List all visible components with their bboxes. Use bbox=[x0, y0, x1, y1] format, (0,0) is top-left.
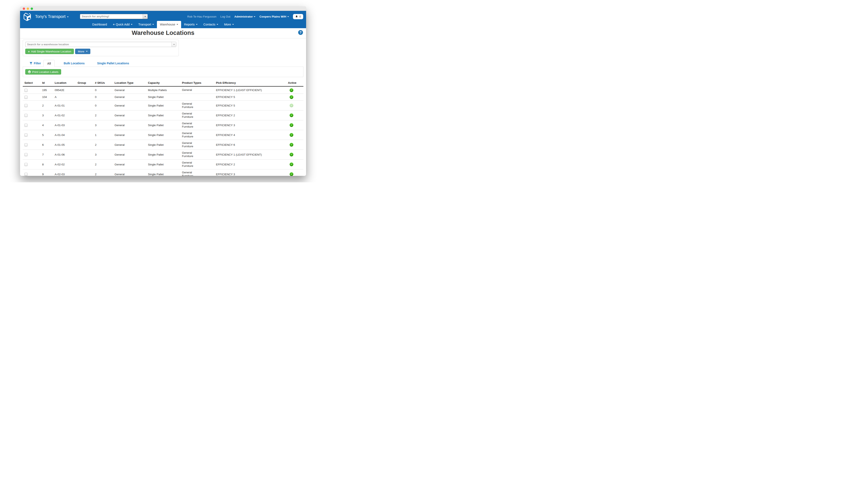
notifications-button[interactable]: 0 bbox=[293, 14, 303, 19]
navbar: Tony's Transport Search for anything! Ro… bbox=[20, 11, 306, 28]
active-check-icon: ✓ bbox=[289, 113, 293, 117]
tab-single-pallet-locations[interactable]: Single Pallet Locations bbox=[93, 60, 132, 67]
chevron-down-icon bbox=[152, 24, 154, 25]
cell-select bbox=[23, 101, 40, 111]
cell-product-types: GeneralFurniture bbox=[180, 140, 214, 150]
row-select-checkbox[interactable] bbox=[24, 104, 28, 107]
role-dropdown[interactable]: Administrator bbox=[234, 15, 256, 18]
cell-skus: 3 bbox=[93, 150, 113, 160]
window-minimize-button[interactable] bbox=[27, 7, 29, 10]
cell-product-types: GeneralFurniture bbox=[180, 130, 214, 140]
page-title: Warehouse Locations bbox=[20, 29, 306, 36]
menu-more[interactable]: More bbox=[221, 21, 237, 28]
table-row: 5 A-01-04 1 General Single Pallet Genera… bbox=[23, 130, 303, 140]
add-single-warehouse-location-button[interactable]: + Add Single Warehouse Location bbox=[25, 49, 74, 54]
column-header-active: Active bbox=[286, 80, 303, 86]
cell-skus: 0 bbox=[93, 86, 113, 94]
cell-location-type: General bbox=[113, 140, 146, 150]
chevron-down-icon bbox=[232, 24, 234, 25]
warehouse-dropdown[interactable]: Coopers Plains W/H bbox=[259, 15, 289, 18]
cell-location-type: General bbox=[113, 120, 146, 130]
print-button-label: Print Location Labels bbox=[32, 70, 58, 74]
row-select-checkbox[interactable] bbox=[24, 89, 28, 92]
cell-group bbox=[76, 101, 93, 111]
product-type-label: General bbox=[182, 171, 213, 174]
warehouse-label: Coopers Plains W/H bbox=[259, 15, 286, 18]
cell-pick-efficiency: EFFICIENCY 2 bbox=[214, 111, 286, 120]
cell-location: A-01-02 bbox=[53, 111, 76, 120]
user-name-link[interactable]: Rob Te-Hau Fergusson bbox=[187, 15, 216, 18]
plus-icon: + bbox=[28, 50, 30, 53]
row-select-checkbox[interactable] bbox=[24, 163, 28, 166]
chevron-down-icon bbox=[196, 24, 197, 25]
cell-select bbox=[23, 150, 40, 160]
window-titlebar[interactable] bbox=[20, 6, 306, 11]
row-select-checkbox[interactable] bbox=[24, 153, 28, 156]
row-select-checkbox[interactable] bbox=[24, 134, 28, 137]
location-search-select[interactable]: Search for a warehouse location bbox=[25, 42, 176, 47]
cell-pick-efficiency: EFFICIENCY 2 bbox=[214, 160, 286, 169]
cell-location-type: General bbox=[113, 160, 146, 169]
location-actions: + Add Single Warehouse Location More bbox=[25, 49, 176, 54]
chevron-down-icon bbox=[145, 16, 146, 17]
location-search-dropdown-button[interactable] bbox=[172, 42, 176, 47]
cell-select bbox=[23, 93, 40, 101]
logout-link[interactable]: Log Out bbox=[220, 15, 230, 18]
cell-product-types: GeneralFurniture bbox=[180, 169, 214, 176]
cell-group bbox=[76, 160, 93, 169]
cell-location-type: General bbox=[113, 150, 146, 160]
cell-pick-efficiency: EFFICIENCY 3 bbox=[214, 120, 286, 130]
tabs: Filter All Bulk Locations Single Pallet … bbox=[23, 60, 303, 67]
window-controls bbox=[23, 7, 33, 10]
menu-warehouse[interactable]: Warehouse bbox=[157, 21, 181, 28]
cell-skus: 2 bbox=[93, 160, 113, 169]
row-select-checkbox[interactable] bbox=[24, 124, 28, 127]
global-search-select[interactable]: Search for anything! bbox=[80, 14, 148, 19]
active-check-icon: ✓ bbox=[289, 123, 293, 127]
cell-product-types bbox=[180, 93, 214, 101]
cell-id: 4 bbox=[40, 120, 53, 130]
print-location-labels-button[interactable]: Print Location Labels bbox=[25, 69, 61, 75]
cell-capacity: Single Pallet bbox=[146, 120, 180, 130]
cell-group bbox=[76, 150, 93, 160]
menu-transport[interactable]: Transport bbox=[135, 21, 157, 28]
cell-select bbox=[23, 120, 40, 130]
row-select-checkbox[interactable] bbox=[24, 173, 28, 176]
cell-product-types: GeneralFurniture bbox=[180, 120, 214, 130]
window-close-button[interactable] bbox=[23, 7, 25, 10]
cell-pick-efficiency: EFFICIENCY 3 bbox=[214, 169, 286, 176]
cell-location: 09542E bbox=[53, 86, 76, 94]
row-select-checkbox[interactable] bbox=[24, 114, 28, 117]
tab-bulk-locations[interactable]: Bulk Locations bbox=[60, 60, 88, 67]
add-button-label: Add Single Warehouse Location bbox=[31, 50, 71, 53]
cell-active: ✓ bbox=[286, 120, 303, 130]
column-header-location-type: Location Type bbox=[113, 80, 146, 86]
menu-contacts[interactable]: Contacts bbox=[200, 21, 221, 28]
product-type-label: Furniture bbox=[182, 125, 213, 128]
cell-capacity: Single Pallet bbox=[146, 101, 180, 111]
cell-skus: 2 bbox=[93, 111, 113, 120]
column-header-group: Group bbox=[76, 80, 93, 86]
tab-all[interactable]: All bbox=[43, 60, 55, 67]
help-button[interactable]: ? bbox=[298, 30, 303, 35]
window-zoom-button[interactable] bbox=[31, 7, 33, 10]
table-row: 7 A-01-06 3 General Single Pallet Genera… bbox=[23, 150, 303, 160]
cell-select bbox=[23, 160, 40, 169]
cell-capacity: Single Pallet bbox=[146, 169, 180, 176]
cell-location: A-01-06 bbox=[53, 150, 76, 160]
menu-label: Warehouse bbox=[160, 23, 175, 26]
filter-button[interactable]: Filter bbox=[27, 60, 43, 67]
row-select-checkbox[interactable] bbox=[24, 96, 28, 99]
row-select-checkbox[interactable] bbox=[24, 143, 28, 146]
cell-product-types: GeneralFurniture bbox=[180, 160, 214, 169]
cell-capacity: Single Pallet bbox=[146, 150, 180, 160]
product-type-label: General bbox=[182, 122, 213, 125]
cell-group bbox=[76, 120, 93, 130]
more-button[interactable]: More bbox=[75, 49, 90, 54]
menu-dashboard[interactable]: Dashboard bbox=[89, 21, 110, 28]
cell-product-types: GeneralFurniture bbox=[180, 101, 214, 111]
global-search-dropdown-button[interactable] bbox=[143, 14, 148, 19]
cell-capacity: Single Pallet bbox=[146, 140, 180, 150]
menu-quick-add[interactable]: + Quick Add bbox=[110, 21, 135, 28]
menu-reports[interactable]: Reports bbox=[181, 21, 200, 28]
